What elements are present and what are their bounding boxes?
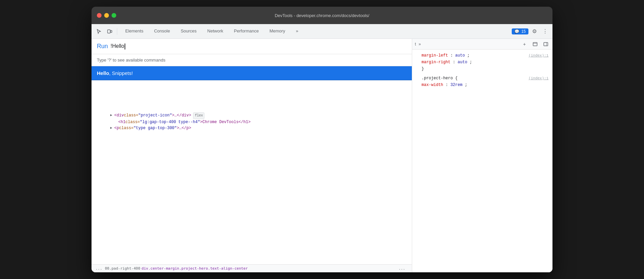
tab-network[interactable]: Network [202, 24, 229, 38]
close-button[interactable] [97, 13, 102, 18]
style-rule-2-prop-1: max-width : 32rem ; [416, 82, 548, 88]
more-right-tabs[interactable]: t [415, 42, 416, 46]
text-cursor [125, 43, 125, 50]
more-options-icon[interactable]: ⋮ [540, 27, 550, 36]
expand-icon[interactable] [110, 112, 114, 118]
titlebar: DevTools - developer.chrome.com/docs/dev… [92, 7, 552, 24]
tab-elements[interactable]: Elements [120, 24, 149, 38]
elements-panel: Run !Hello Type '?' to see available com… [92, 39, 412, 272]
tab-sources[interactable]: Sources [175, 24, 202, 38]
console-messages-badge[interactable]: 💬 15 [512, 28, 528, 34]
style-rule-1: (index):1 margin-left : auto ; margin-ri… [416, 52, 548, 72]
toolbar-right: 💬 15 ⚙ ⋮ [512, 27, 550, 36]
style-rule-1-prop-1: (index):1 margin-left : auto ; [416, 52, 548, 59]
command-overlay: Run !Hello Type '?' to see available com… [92, 39, 412, 80]
style-rule-1-closing: } [416, 66, 548, 72]
traffic-lights [97, 13, 116, 18]
cursor-tool-icon[interactable] [94, 27, 104, 36]
run-label: Run [97, 43, 108, 50]
flex-badge: flex [193, 112, 204, 119]
tab-more[interactable]: » [291, 24, 304, 38]
settings-icon[interactable]: ⚙ [530, 27, 539, 36]
styles-content: (index):1 margin-left : auto ; margin-ri… [412, 50, 552, 272]
html-line-div-project-icon: <div class="project-icon" >…</div> flex [92, 112, 412, 119]
style-rule-1-prop-2: margin-right : auto ; [416, 59, 548, 66]
toolbar-divider [117, 28, 117, 35]
style-source-2[interactable]: (index):1 [529, 75, 548, 81]
nav-tabs: Elements Console Sources Network Perform… [120, 24, 510, 38]
style-rule-2-selector: (index):1 .project-hero { [416, 75, 548, 82]
html-tag: <div [114, 112, 124, 118]
command-result-bold: Hello [97, 70, 109, 76]
command-input[interactable]: !Hello [111, 43, 125, 50]
toggle-sidebar-icon[interactable] [542, 40, 550, 48]
breadcrumb-item-2[interactable]: div.center-margin.project-hero.text-alig… [142, 266, 248, 271]
tab-performance[interactable]: Performance [228, 24, 264, 38]
style-inspector-icon[interactable] [531, 40, 539, 48]
style-rule-2: (index):1 .project-hero { max-width : 32… [416, 75, 548, 88]
command-hint: Type '?' to see available commands [92, 54, 412, 66]
main-content: Run !Hello Type '?' to see available com… [92, 39, 552, 272]
add-style-icon[interactable]: + [520, 40, 528, 48]
chevron-right-icon[interactable]: » [419, 42, 421, 46]
html-line-p: <p class="type gap-top-300" >…</p> [92, 125, 412, 131]
tab-console[interactable]: Console [149, 24, 175, 38]
command-input-value: !Hello [111, 43, 124, 49]
breadcrumb-ellipsis-left[interactable]: ... [96, 266, 102, 271]
device-toggle-icon[interactable] [105, 27, 114, 36]
svg-rect-0 [108, 30, 110, 33]
expand-p-icon[interactable] [110, 125, 114, 131]
minimize-button[interactable] [104, 13, 109, 18]
console-message-count: 15 [521, 29, 526, 34]
command-input-row: Run !Hello [92, 39, 412, 54]
breadcrumb-bar: ... 00.pad-right-400 div.center-margin.p… [92, 264, 412, 272]
toolbar: Elements Console Sources Network Perform… [92, 24, 552, 39]
svg-rect-4 [544, 42, 548, 46]
svg-rect-2 [533, 42, 537, 46]
console-badge-icon: 💬 [514, 29, 519, 34]
style-source-1[interactable]: (index):1 [529, 53, 548, 59]
tab-memory[interactable]: Memory [264, 24, 291, 38]
maximize-button[interactable] [112, 13, 116, 18]
breadcrumb-item-1[interactable]: 00.pad-right-400 [105, 266, 140, 271]
html-line-h1: <h1 class="lg:gap-top-400 type--h4" >Chr… [92, 119, 412, 125]
command-result-item[interactable]: Hello, Snippets! [92, 66, 412, 80]
devtools-window: DevTools - developer.chrome.com/docs/dev… [92, 7, 552, 272]
breadcrumb-ellipsis-right[interactable]: ... [398, 266, 405, 271]
styles-panel: t » + [412, 39, 552, 272]
styles-toolbar: t » + [412, 39, 552, 50]
window-title: DevTools - developer.chrome.com/docs/dev… [275, 13, 369, 18]
command-result-rest: , Snippets! [109, 70, 133, 76]
svg-rect-1 [111, 30, 112, 32]
